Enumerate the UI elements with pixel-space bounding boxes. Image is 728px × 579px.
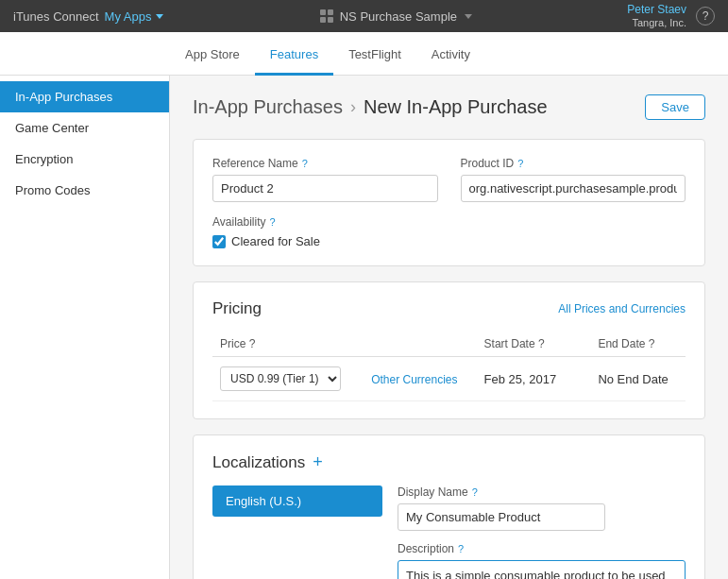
field-row-top: Reference Name ? Product ID ? [212,157,686,202]
app-name-label[interactable]: NS Purchase Sample [340,9,457,24]
pricing-title: Pricing [212,299,262,318]
header-center: NS Purchase Sample [319,9,472,24]
language-list: English (U.S.) [212,485,382,579]
description-textarea[interactable]: This is a simple consumable product to b… [398,560,686,579]
display-name-input[interactable] [398,503,605,531]
sidebar-item-encryption[interactable]: Encryption [0,144,169,175]
tab-activity[interactable]: Activity [416,36,485,76]
nav-tabs: App Store Features TestFlight Activity [0,32,728,76]
product-id-input[interactable] [461,175,686,202]
product-id-field: Product ID ? [461,157,686,202]
availability-help-icon[interactable]: ? [269,216,275,228]
all-prices-link[interactable]: All Prices and Currencies [558,302,686,315]
reference-name-field: Reference Name ? [212,157,438,202]
pricing-section: Pricing All Prices and Currencies Price … [193,281,705,419]
reference-name-label: Reference Name ? [212,157,438,170]
description-label: Description ? [398,542,686,555]
main-content: In-App Purchases › New In-App Purchase S… [170,76,728,579]
display-name-help-icon[interactable]: ? [472,486,478,498]
localizations-header: Localizations + [212,452,686,472]
sidebar: In-App Purchases Game Center Encryption … [0,76,170,579]
display-name-label: Display Name ? [398,485,686,499]
user-info: Peter Staev Tangra, Inc. [627,3,686,29]
itunes-connect-label: iTunes Connect [13,9,99,24]
sidebar-item-promo-codes[interactable]: Promo Codes [0,175,169,206]
save-button[interactable]: Save [645,94,705,120]
cleared-for-sale-label: Cleared for Sale [231,234,320,248]
sidebar-item-in-app-purchases[interactable]: In-App Purchases [0,81,169,112]
user-name[interactable]: Peter Staev [627,3,686,16]
svg-rect-1 [328,9,333,15]
description-field: Description ? This is a simple consumabl… [398,542,686,579]
other-currencies-cell: Other Currencies [364,357,476,401]
main-layout: In-App Purchases Game Center Encryption … [0,76,728,579]
tab-app-store[interactable]: App Store [170,36,255,76]
breadcrumb: In-App Purchases › New In-App Purchase S… [193,94,705,120]
sidebar-item-game-center[interactable]: Game Center [0,112,169,144]
description-help-icon[interactable]: ? [458,543,464,554]
my-apps-link[interactable]: My Apps [105,9,164,24]
price-col-header: Price ? [212,332,364,357]
end-date-cell: No End Date [590,357,686,401]
tab-features[interactable]: Features [255,36,333,76]
localization-form: Display Name ? Description ? This is a s… [398,485,686,579]
svg-rect-2 [320,17,326,23]
display-name-field: Display Name ? [398,485,686,531]
header-right: Peter Staev Tangra, Inc. ? [627,3,715,29]
start-date-header-help-icon[interactable]: ? [538,337,545,350]
grid-icon [319,9,334,24]
pricing-row: USD 0.99 (Tier 1) Other Currencies Feb 2… [212,357,686,401]
end-date-header-help-icon[interactable]: ? [649,337,655,350]
top-header: iTunes Connect My Apps NS Purchase Sampl… [0,0,728,32]
other-currencies-link[interactable]: Other Currencies [371,373,457,386]
price-header-help-icon[interactable]: ? [249,337,256,350]
breadcrumb-parent[interactable]: In-App Purchases [193,96,343,118]
help-button[interactable]: ? [696,7,715,26]
company-name: Tangra, Inc. [627,16,686,29]
app-chevron-icon [465,14,472,19]
add-localization-button[interactable]: + [313,452,323,472]
cleared-for-sale-row: Cleared for Sale [212,234,686,248]
pricing-header: Pricing All Prices and Currencies [212,299,686,318]
availability-section: Availability ? Cleared for Sale [212,215,686,248]
availability-label: Availability ? [212,215,686,229]
other-currencies-col-header [364,332,476,357]
breadcrumb-current: New In-App Purchase [364,96,548,118]
localizations-content: English (U.S.) Display Name ? Descriptio… [212,485,686,579]
my-apps-chevron-icon [156,14,163,19]
reference-name-input[interactable] [212,175,438,202]
price-cell: USD 0.99 (Tier 1) [212,357,364,401]
tab-testflight[interactable]: TestFlight [333,36,416,76]
breadcrumb-separator-icon: › [350,97,356,117]
pricing-table: Price ? Start Date ? End Date ? [212,332,686,401]
header-left: iTunes Connect My Apps [13,9,163,24]
product-id-help-icon[interactable]: ? [517,158,523,169]
start-date-cell: Feb 25, 2017 [477,357,574,401]
lang-item-english-us[interactable]: English (U.S.) [212,485,382,517]
cleared-for-sale-checkbox[interactable] [212,235,226,248]
product-id-label: Product ID ? [461,157,686,170]
svg-rect-0 [320,9,326,15]
localizations-title: Localizations [212,453,305,472]
reference-name-help-icon[interactable]: ? [302,158,308,169]
end-date-col-header: End Date ? [590,332,686,357]
start-date-col-header: Start Date ? [477,332,574,357]
reference-product-section: Reference Name ? Product ID ? Availabili… [193,139,705,266]
svg-rect-3 [328,17,333,23]
price-select[interactable]: USD 0.99 (Tier 1) [220,366,341,391]
localizations-section: Localizations + English (U.S.) Display N… [193,434,705,579]
